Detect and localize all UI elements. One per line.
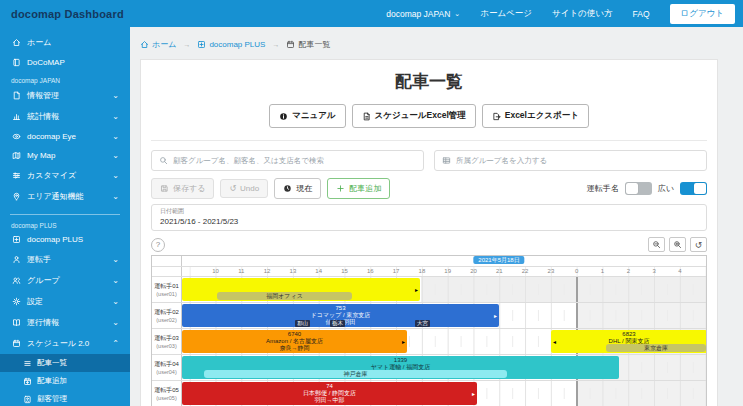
hour-label: 2: [627, 268, 630, 274]
sidebar-item-settings[interactable]: 設定 ⌄: [0, 291, 130, 312]
chevron-down-icon: ⌄: [112, 192, 119, 201]
group-search-box: [434, 150, 707, 171]
zoom-out-icon: [652, 240, 661, 249]
driver-name: 運転手04: [154, 360, 179, 369]
sub-schedule-bar[interactable]: 東京倉庫: [606, 344, 706, 352]
continue-right-marker: ▸: [415, 287, 418, 293]
user-icon: [11, 255, 21, 264]
undo-icon: ↺: [229, 184, 236, 193]
sidebar-item-label: カスタマイズ: [27, 170, 76, 181]
zoom-out-button[interactable]: [648, 237, 665, 252]
sidebar-item-info-mgmt[interactable]: 情報管理 ⌄: [0, 85, 130, 106]
sidebar-item-label: docomap PLUS: [27, 235, 83, 244]
driver-name: 運転手02: [154, 308, 179, 317]
sidebar-item-docomap[interactable]: DoCoMAP: [0, 53, 130, 72]
chart-icon: [11, 112, 21, 121]
sidebar-item-label: エリア通知機能: [27, 191, 84, 202]
bar-number: 6823: [622, 331, 635, 338]
toggle-group: 運転手名 広い: [587, 182, 707, 195]
hour-label: 12: [264, 268, 271, 274]
chevron-down-icon: ⌄: [112, 91, 119, 100]
sidebar-item-docomap-plus[interactable]: docomap PLUS: [0, 230, 130, 249]
schedule-bar[interactable]: 74 日本郵便 / 静岡支店 羽田→中部 ▸: [182, 382, 477, 405]
add-dispatch-button[interactable]: 配車追加: [327, 178, 390, 199]
topbar: docomap Dashboard docomap JAPAN ⌄ ホームページ…: [0, 0, 743, 27]
sidebar-subitem-dispatch-add[interactable]: 配車追加: [0, 372, 130, 390]
sidebar-subitem-dispatch-list[interactable]: 配車一覧: [0, 354, 130, 372]
wide-toggle[interactable]: [680, 182, 707, 195]
action-buttons: マニュアル スケジュールExcel管理 Excelエクスポート: [151, 104, 707, 128]
reset-icon: ↺: [695, 240, 703, 250]
home-icon: [11, 38, 21, 47]
logout-button[interactable]: ログアウト: [670, 4, 736, 24]
nav-faq[interactable]: FAQ: [632, 9, 649, 19]
sidebar-item-area-notify[interactable]: エリア通知機能 ⌄: [0, 186, 130, 207]
hour-label: 22: [522, 268, 529, 274]
driver-name-toggle[interactable]: [625, 182, 652, 195]
account-menu[interactable]: docomap JAPAN ⌄: [386, 9, 460, 19]
calendar-icon: [286, 40, 295, 49]
gantt-controls: ? ↺: [151, 237, 707, 252]
gantt-corner: [152, 267, 182, 276]
now-button[interactable]: 現在: [274, 178, 321, 199]
sidebar-item-docomap-eye[interactable]: docomap Eye ⌄: [0, 127, 130, 146]
group-search-input[interactable]: [456, 156, 699, 165]
driver-label: 運転手01 (user01): [152, 277, 182, 302]
sidebar-subitem-customer-mgmt[interactable]: 顧客管理: [0, 390, 130, 406]
help-button[interactable]: ?: [151, 238, 165, 252]
sidebar-item-stats[interactable]: 統計情報 ⌄: [0, 106, 130, 127]
bar-number: 1339: [394, 357, 407, 364]
continue-right-marker: ▸: [494, 313, 497, 319]
sidebar-item-schedule[interactable]: スケジュール 2.0 ⌃: [0, 333, 130, 354]
nav-site-guide[interactable]: サイトの使い方: [552, 8, 613, 20]
manual-button[interactable]: マニュアル: [269, 104, 346, 128]
driver-name: 運転手01: [154, 282, 179, 291]
hour-label: 23: [548, 268, 555, 274]
schedule-bar[interactable]: 6740 Amazon / 名古屋支店 奈良→静岡 ▸: [182, 330, 407, 353]
breadcrumb-separator: →: [272, 41, 279, 48]
sidebar-subitem-label: 配車追加: [37, 376, 67, 386]
wide-label: 広い: [658, 183, 674, 194]
hour-label: 16: [367, 268, 374, 274]
chevron-down-icon: ⌄: [112, 297, 119, 306]
sidebar-item-driver[interactable]: 運転手 ⌄: [0, 249, 130, 270]
bar-route: 奈良→静岡: [280, 345, 310, 352]
bar-route: 羽田→中部: [315, 397, 345, 404]
nav-homepage[interactable]: ホームページ: [480, 8, 532, 20]
sidebar-item-my-map[interactable]: My Map ⌄: [0, 146, 130, 165]
users-icon: [11, 276, 21, 285]
date-range-field[interactable]: 日付範囲 2021/5/16 - 2021/5/23: [151, 204, 707, 231]
hour-label: 15: [341, 268, 348, 274]
breadcrumb-home[interactable]: ホーム: [140, 39, 176, 50]
sidebar-item-group[interactable]: グループ ⌄: [0, 270, 130, 291]
driver-label: 運転手05 (user05): [152, 381, 182, 406]
gantt-hour-header: 101112131415161718192021222301234: [152, 267, 706, 277]
sidebar-item-label: DoCoMAP: [27, 58, 65, 67]
hour-label: 0: [575, 268, 578, 274]
reset-button[interactable]: ↺: [690, 237, 707, 252]
save-button[interactable]: 保存する: [151, 178, 214, 199]
schedule-excel-button[interactable]: スケジュールExcel管理: [352, 104, 476, 128]
sidebar-item-home[interactable]: ホーム: [0, 32, 130, 53]
sub-schedule-bar[interactable]: 福岡オフィス: [217, 292, 352, 300]
divider: [151, 140, 707, 141]
sidebar-item-label: 運転手: [27, 254, 51, 265]
date-range-value: 2021/5/16 - 2021/5/23: [160, 217, 698, 226]
undo-button[interactable]: ↺ Undo: [220, 179, 268, 198]
customer-search-input[interactable]: [173, 156, 416, 165]
breadcrumb-docomap-plus[interactable]: docomap PLUS: [197, 40, 265, 49]
hour-label: 1: [601, 268, 604, 274]
hour-label: 18: [419, 268, 426, 274]
zoom-in-button[interactable]: [669, 237, 686, 252]
brand-logo: docomap Dashboard: [11, 8, 124, 20]
sidebar-item-customize[interactable]: カスタマイズ ⌄: [0, 165, 130, 186]
stop-badge: 栃木: [330, 320, 345, 327]
excel-export-button[interactable]: Excelエクスポート: [482, 104, 589, 128]
zoom-in-icon: [673, 240, 682, 249]
toggle-knob: [626, 183, 638, 194]
chevron-down-icon: ⌄: [454, 10, 460, 17]
sidebar-item-operation-info[interactable]: 運行情報 ⌄: [0, 312, 130, 333]
chevron-down-icon: ⌄: [112, 255, 119, 264]
gantt-row: 運転手02 (user02) 753 ドコマップ / 東京支店 仙台→羽田 ▸ …: [152, 303, 706, 329]
sub-schedule-bar[interactable]: 神戸倉庫: [204, 370, 507, 378]
